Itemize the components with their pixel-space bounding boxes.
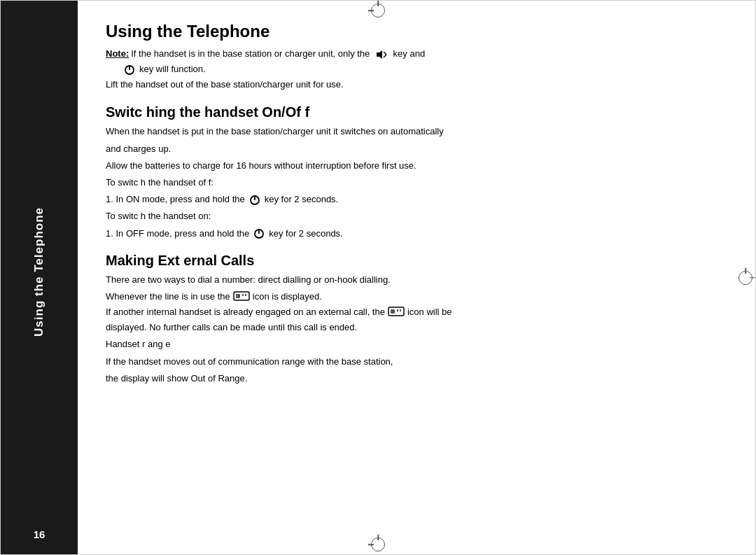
section3-p3-cont: displayed. No further calls can be made … <box>106 321 720 335</box>
section2-p4: To switc h the handset on: <box>106 209 720 223</box>
section2-p1b: and charges up. <box>106 142 720 156</box>
svg-rect-16 <box>400 309 401 311</box>
section3-title: Making Ext ernal Calls <box>106 253 720 269</box>
note-text: If the handset is in the base station or… <box>131 47 720 61</box>
section3-p1: There are two ways to dial a number: dir… <box>106 273 720 287</box>
page-number: 16 <box>34 528 46 540</box>
note-cont-text: key will function. <box>139 62 206 76</box>
sidebar: Using the Telephone 16 <box>1 1 78 554</box>
main-content: Using the Telephone Note: If the handset… <box>78 1 755 554</box>
note-key-and: key and <box>393 48 426 59</box>
speaker-icon <box>375 50 388 59</box>
lift-text: Lift the handset out of the base station… <box>106 78 720 92</box>
section2-title: Switc hing the handset On/Of f <box>106 104 720 120</box>
svg-rect-12 <box>245 294 246 296</box>
out-of-range-p2: the display will show Out of Range. <box>106 372 720 386</box>
note-indent-line: key will function. <box>106 62 720 76</box>
line-icon-2 <box>388 305 405 318</box>
out-of-range-p1: If the handset moves out of communicatio… <box>106 355 720 369</box>
step1-off-end: key for 2 seconds. <box>265 194 339 204</box>
section2-p3: To switc h the handset of f: <box>106 176 720 190</box>
svg-rect-14 <box>391 309 395 314</box>
line-in-use-row: Whenever the line is in use the icon is … <box>106 290 720 302</box>
power-icon-note <box>122 62 136 76</box>
svg-line-1 <box>384 52 386 55</box>
svg-rect-11 <box>242 294 244 296</box>
line-in-use-start: Whenever the line is in use the <box>106 291 230 302</box>
step1-off-text: 1. In ON mode, press and hold the <box>106 194 245 204</box>
section2-p2: Allow the batteries to charge for 16 hou… <box>106 159 720 173</box>
power-icon-step1on <box>252 226 266 240</box>
step1-on-text: 1. In OFF mode, press and hold the <box>106 228 249 239</box>
handset-engaged-start: If another internal handset is already e… <box>106 307 385 317</box>
svg-marker-0 <box>377 50 382 59</box>
svg-line-2 <box>384 55 386 57</box>
section2-p1: When the handset is put in the base stat… <box>106 125 720 139</box>
handset-engaged-row: If another internal handset is already e… <box>106 305 720 318</box>
note-text-content: If the handset is in the base station or… <box>131 48 370 59</box>
section1-title: Using the Telephone <box>106 22 720 41</box>
step1-on-end: key for 2 seconds. <box>269 228 343 239</box>
note-label: Note: <box>106 47 129 61</box>
sidebar-title: Using the Telephone <box>32 207 46 337</box>
line-icon <box>233 290 250 302</box>
power-icon-step1off <box>248 192 262 206</box>
svg-rect-10 <box>236 294 240 298</box>
line-in-use-end: icon is displayed. <box>253 291 322 302</box>
step1-on: 1. In OFF mode, press and hold the key f… <box>106 226 720 240</box>
note-line: Note: If the handset is in the base stat… <box>106 47 720 61</box>
handset-engaged-end: icon will be <box>407 307 452 317</box>
handset-range-title: Handset r ang e <box>106 337 720 351</box>
step1-off: 1. In ON mode, press and hold the key fo… <box>106 192 720 206</box>
svg-rect-15 <box>397 309 398 311</box>
